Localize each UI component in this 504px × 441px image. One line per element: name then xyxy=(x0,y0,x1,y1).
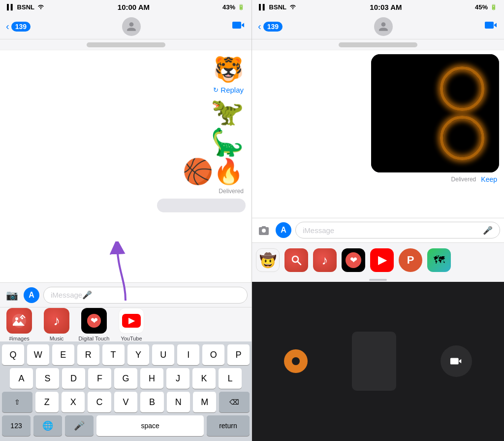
key-h[interactable]: H xyxy=(140,368,163,389)
key-z[interactable]: Z xyxy=(35,392,59,412)
key-numbers[interactable]: 123 xyxy=(2,415,31,436)
key-k[interactable]: K xyxy=(192,368,216,389)
left-appstore-icon[interactable]: A xyxy=(24,287,39,303)
key-r[interactable]: R xyxy=(77,344,99,365)
right-app-maps[interactable]: 🗺 xyxy=(427,248,451,272)
right-input-bar: A iMessage 🎤 xyxy=(252,218,504,242)
key-t[interactable]: T xyxy=(102,344,125,365)
drag-handle xyxy=(369,279,387,281)
right-app-producthunt[interactable]: P xyxy=(399,248,422,272)
key-i[interactable]: I xyxy=(177,344,199,365)
right-battery-pct: 45% xyxy=(475,3,488,11)
key-e[interactable]: E xyxy=(52,344,74,365)
msg-tiger-emoji: 🐯 xyxy=(213,57,244,82)
key-q[interactable]: Q xyxy=(2,344,24,365)
key-shift[interactable]: ⇧ xyxy=(2,392,32,412)
key-c[interactable]: C xyxy=(88,392,111,412)
left-input-bar: 📷 A iMessage 🎤 xyxy=(0,282,252,307)
key-p[interactable]: P xyxy=(227,344,250,365)
key-v[interactable]: V xyxy=(114,392,137,412)
right-app-digital-touch[interactable]: ❤ xyxy=(342,248,365,272)
app-youtube-icon[interactable]: ▶ xyxy=(119,308,144,334)
key-w[interactable]: W xyxy=(27,344,49,365)
svg-point-1 xyxy=(15,317,18,320)
tapback-preview xyxy=(157,199,246,212)
key-m[interactable]: M xyxy=(193,392,216,412)
kb-row-3: ⇧ Z X C V B N M ⌫ xyxy=(2,392,250,412)
right-app-emoji[interactable]: 🤠 xyxy=(256,248,280,272)
key-n[interactable]: N xyxy=(167,392,190,412)
heart-circle: ❤ xyxy=(346,252,361,268)
right-wifi-icon xyxy=(289,3,297,11)
sparkle-ring-2 xyxy=(440,116,484,160)
left-back-btn[interactable]: ‹ 139 xyxy=(6,21,31,32)
left-avatar xyxy=(122,17,141,36)
right-imessage-field[interactable]: iMessage 🎤 xyxy=(295,222,500,238)
left-signal: ▌▌ xyxy=(7,4,15,10)
record-btn[interactable] xyxy=(284,349,308,373)
right-status-right: 45% 🔋 xyxy=(475,3,497,11)
left-back-badge[interactable]: 139 xyxy=(11,22,31,32)
svg-line-5 xyxy=(298,262,301,265)
key-delete[interactable]: ⌫ xyxy=(219,392,250,412)
left-back-chevron: ‹ xyxy=(6,21,9,32)
right-camera-btn[interactable] xyxy=(256,222,272,238)
youtube-play-icon: ▶ xyxy=(378,254,386,267)
app-youtube-label: YouTube xyxy=(121,336,142,341)
key-d[interactable]: D xyxy=(62,368,85,389)
right-app-images[interactable] xyxy=(284,248,308,272)
key-x[interactable]: X xyxy=(62,392,85,412)
key-j[interactable]: J xyxy=(166,368,189,389)
key-b[interactable]: B xyxy=(140,392,163,412)
video-circle-btn[interactable] xyxy=(441,345,472,377)
key-mic[interactable]: 🎤 xyxy=(65,415,94,436)
left-time: 10:00 AM xyxy=(118,3,150,11)
right-delivered: Delivered xyxy=(451,176,476,183)
left-imessage-field[interactable]: iMessage 🎤 xyxy=(43,287,248,304)
right-contact-bar xyxy=(252,39,504,50)
right-app-youtube[interactable]: ▶ xyxy=(370,248,394,272)
key-f[interactable]: F xyxy=(88,368,111,389)
key-a[interactable]: A xyxy=(10,368,33,389)
sparkle-bubble xyxy=(371,54,499,172)
app-digital-touch-icon[interactable]: ❤ xyxy=(81,308,107,334)
emoji-icon: 🤠 xyxy=(259,252,277,269)
right-time: 10:03 AM xyxy=(370,3,402,11)
key-s[interactable]: S xyxy=(36,368,59,389)
left-status-right: 43% 🔋 xyxy=(222,3,245,11)
left-phone: ▌▌ BSNL 10:00 AM 43% 🔋 ‹ 139 � xyxy=(0,0,252,441)
key-space[interactable]: space xyxy=(96,415,204,436)
right-back-btn[interactable]: ‹ 139 xyxy=(258,21,283,32)
right-video-btn[interactable] xyxy=(484,20,498,33)
app-digital-touch-label: Digital Touch xyxy=(79,336,110,341)
right-app-music[interactable]: ♪ xyxy=(313,248,337,272)
maps-icon: 🗺 xyxy=(434,254,444,267)
key-return[interactable]: return xyxy=(207,415,250,436)
right-avatar xyxy=(374,17,393,36)
app-music-icon[interactable]: ♪ xyxy=(44,308,69,334)
music-note-icon: ♪ xyxy=(322,253,328,268)
app-music-label: Music xyxy=(50,336,64,341)
app-digital-touch-wrap[interactable]: ❤ Digital Touch xyxy=(77,308,111,341)
app-images-icon[interactable] xyxy=(6,308,32,334)
left-camera-icon[interactable]: 📷 xyxy=(4,287,20,303)
replay-link[interactable]: ↻ Replay xyxy=(213,86,244,94)
key-o[interactable]: O xyxy=(202,344,224,365)
left-msg-list: 🐯 ↻ Replay 🦖 🦕 🏀🔥 Delivered xyxy=(0,50,252,282)
app-youtube-wrap[interactable]: ▶ YouTube xyxy=(114,308,149,341)
right-phone: ▌▌ BSNL 10:03 AM 45% 🔋 ‹ 139 xyxy=(252,0,504,441)
right-appstore-btn[interactable]: A xyxy=(276,222,291,238)
app-music-wrap[interactable]: ♪ Music xyxy=(39,308,74,341)
key-y[interactable]: Y xyxy=(127,344,150,365)
right-back-badge[interactable]: 139 xyxy=(263,22,283,32)
app-images-wrap[interactable]: #images xyxy=(2,308,36,341)
key-u[interactable]: U xyxy=(152,344,174,365)
right-keep-btn[interactable]: Keep xyxy=(481,175,497,183)
key-l[interactable]: L xyxy=(219,368,242,389)
key-g[interactable]: G xyxy=(114,368,137,389)
right-back-chevron: ‹ xyxy=(258,21,261,32)
left-video-btn[interactable] xyxy=(232,20,246,33)
key-globe[interactable]: 🌐 xyxy=(33,415,62,436)
kb-row-4: 123 🌐 🎤 space return xyxy=(2,415,250,436)
appstore-icon: A xyxy=(281,226,286,235)
